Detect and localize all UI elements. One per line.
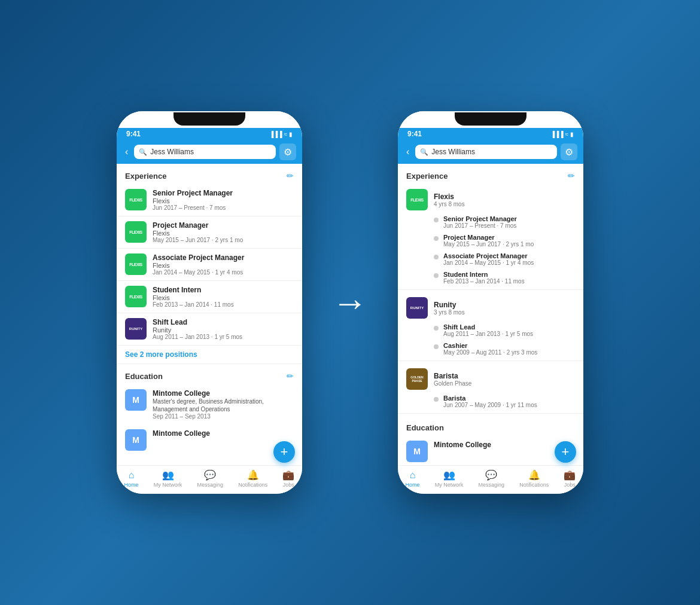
exp-company-2: Flexis [153,230,294,237]
timeline-dot-7 [434,397,439,402]
wifi-icon: ≈ [284,131,288,138]
nav-notifications[interactable]: 🔔 Notifications [238,469,267,488]
signal-icon-2: ▐▐▐ [550,131,563,138]
home-icon: ⌂ [129,470,135,481]
timeline-dot [434,218,439,222]
exp-item-intern[interactable]: FLEXIS Student Intern Flexis Feb 2013 – … [117,281,302,313]
phone-after: 9:41 ▐▐▐ ≈ ▮ ‹ 🔍 Jess Williams ⚙ Experie… [398,111,583,494]
edu-item-mintome[interactable]: M Mintome College Master's degree, Busin… [117,384,302,424]
experience-header-2: Experience ✏ [398,164,583,184]
exp-company: Flexis [153,197,294,204]
fab-button[interactable]: + [273,441,295,463]
flexis-logo-3: FLEXIS [125,253,147,275]
phone-top-2 [398,111,583,128]
nav-messaging[interactable]: 💬 Messaging [197,469,223,488]
nav-network[interactable]: 👥 My Network [154,469,182,488]
timeline-dot-4 [434,273,439,278]
exp-title-4: Student Intern [153,286,294,294]
runity-company-header: RUNITY Runity 3 yrs 8 mos [406,292,575,321]
messaging-label-2: Messaging [478,482,504,488]
tl-dates-7: Jun 2007 – May 2009 · 1 yr 11 mos [443,402,575,408]
mintome-logo: M [125,389,147,411]
flexis-logo-grouped: FLEXIS [406,189,428,210]
messaging-icon: 💬 [204,469,216,481]
flexis-group: FLEXIS Flexis 4 yrs 8 mos Senior Project… [398,184,583,287]
settings-button-2[interactable]: ⚙ [561,143,577,160]
edu-title: Mintome College [153,389,294,398]
nav-jobs-2[interactable]: 💼 Jobs [564,469,576,488]
back-button-2[interactable]: ‹ [404,146,412,157]
search-input-container[interactable]: 🔍 Jess Williams [134,145,276,159]
timeline-cashier[interactable]: Cashier May 2009 – Aug 2011 · 2 yrs 3 mo… [406,340,575,358]
back-button[interactable]: ‹ [123,146,130,157]
scene: 9:41 ▐▐▐ ≈ ▮ ‹ 🔍 Jess Williams ⚙ Experie… [117,111,583,494]
notifications-label: Notifications [238,482,267,488]
status-icons: ▐▐▐ ≈ ▮ [269,131,293,138]
exp-item-pm[interactable]: FLEXIS Project Manager Flexis May 2015 –… [117,216,302,249]
search-text: Jess Williams [150,148,194,156]
search-input-2[interactable]: 🔍 Jess Williams [415,145,557,159]
nav-home-2[interactable]: ⌂ Home [406,470,420,488]
notch [174,112,245,126]
network-label: My Network [154,482,182,488]
home-label: Home [124,482,139,488]
see-more-button[interactable]: See 2 more positions [117,346,302,364]
exp-item-senior-pm[interactable]: FLEXIS Senior Project Manager Flexis Jun… [117,184,302,216]
runity-group: RUNITY Runity 3 yrs 8 mos Shift Lead Aug… [398,292,583,358]
exp-dates-4: Feb 2013 – Jan 2014 · 11 mos [153,301,294,308]
nav-home[interactable]: ⌂ Home [124,470,139,488]
timeline-dot-2 [434,236,439,241]
group-divider-3 [398,413,583,414]
search-icon-2: 🔍 [420,148,428,156]
fab-button-2[interactable]: + [555,441,576,463]
status-bar: 9:41 ▐▐▐ ≈ ▮ [117,128,302,140]
timeline-barista[interactable]: Barista Jun 2007 – May 2009 · 1 yr 11 mo… [406,392,575,411]
messaging-label: Messaging [197,482,223,488]
experience-header: Experience ✏ [117,164,302,184]
battery-icon: ▮ [289,131,293,138]
group-divider-1 [398,289,583,290]
exp-item-shift-lead[interactable]: RUNITY Shift Lead Runity Aug 2011 – Jan … [117,313,302,346]
flexis-company-header: FLEXIS Flexis 4 yrs 8 mos [406,184,575,213]
flexis-logo-4: FLEXIS [125,286,147,307]
exp-dates: Jun 2017 – Present · 7 mos [153,204,294,211]
experience-edit-2[interactable]: ✏ [568,171,575,181]
edu-desc: Master's degree, Business Administration… [153,398,294,413]
nav-jobs[interactable]: 💼 Jobs [282,469,294,488]
tl-dates-2: May 2015 – Jun 2017 · 2 yrs 1 mo [443,241,575,248]
search-bar-2: ‹ 🔍 Jess Williams ⚙ [398,140,583,164]
tl-title-1: Senior Project Manager [443,215,575,222]
runity-logo: RUNITY [125,318,147,340]
timeline-dot-5 [434,326,439,331]
exp-title: Senior Project Manager [153,189,294,197]
timeline-pm[interactable]: Project Manager May 2015 – Jun 2017 · 2 … [406,231,575,250]
jobs-icon: 💼 [282,469,294,481]
exp-company-4: Flexis [153,294,294,301]
tl-title-3: Associate Project Manager [443,252,575,259]
timeline-intern[interactable]: Student Intern Feb 2013 – Jan 2014 · 11 … [406,268,575,287]
nav-messaging-2[interactable]: 💬 Messaging [478,469,504,488]
runity-duration: 3 yrs 8 mos [434,309,465,316]
home-label-2: Home [406,482,420,488]
education-edit-button[interactable]: ✏ [287,371,294,381]
group-divider-2 [398,360,583,361]
nav-notifications-2[interactable]: 🔔 Notifications [519,469,549,488]
tl-dates-5: Aug 2011 – Jan 2013 · 1 yr 5 mos [443,331,575,337]
mintome-logo-2: M [125,429,147,451]
experience-edit-button[interactable]: ✏ [287,171,294,181]
runity-logo-grouped: RUNITY [406,297,428,319]
timeline-assoc-pm[interactable]: Associate Project Manager Jan 2014 – May… [406,250,575,268]
tl-dates-1: Jun 2017 – Present · 7 mos [443,222,575,229]
notifications-label-2: Notifications [519,482,549,488]
search-bar: ‹ 🔍 Jess Williams ⚙ [117,140,302,164]
flexis-logo-2: FLEXIS [125,221,147,243]
education-header: Education ✏ [117,364,302,384]
settings-button[interactable]: ⚙ [279,143,296,160]
flexis-logo: FLEXIS [125,189,147,210]
exp-item-assoc-pm[interactable]: FLEXIS Associate Project Manager Flexis … [117,249,302,281]
search-text-2: Jess Williams [431,148,475,156]
timeline-shift-lead[interactable]: Shift Lead Aug 2011 – Jan 2013 · 1 yr 5 … [406,321,575,340]
golden-name: Barista [434,372,471,380]
timeline-senior-pm[interactable]: Senior Project Manager Jun 2017 – Presen… [406,213,575,231]
nav-network-2[interactable]: 👥 My Network [435,469,464,488]
